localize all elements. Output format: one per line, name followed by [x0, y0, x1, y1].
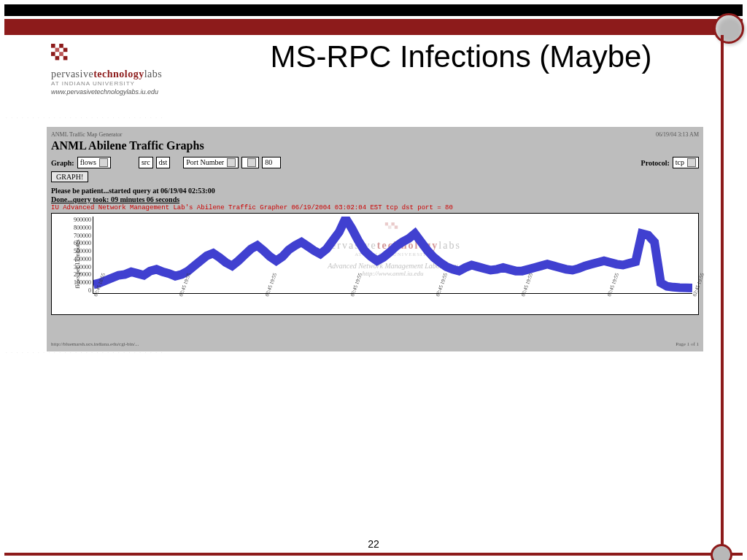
top-black-bar — [4, 4, 743, 16]
bottom-red-line — [4, 553, 743, 556]
graph-select[interactable]: flows — [77, 157, 111, 168]
status-line-1: Please be patient...started query at 06/… — [51, 187, 699, 195]
port-type-value: Port Number — [186, 158, 224, 167]
svg-rect-3 — [63, 48, 68, 52]
protocol-value: tcp — [676, 158, 684, 167]
panel-top-right: 06/19/04 3:13 AM — [656, 131, 699, 138]
port-type-select[interactable]: Port Number — [183, 157, 239, 168]
slide-title: MS-RPC Infections (Maybe) — [219, 40, 703, 74]
protocol-label: Protocol: — [641, 159, 670, 167]
grapher-caption: IU Advanced Network Management Lab's Abi… — [51, 204, 699, 211]
org-logo-block: pervasivetechnologylabs AT INDIANA UNIVE… — [51, 44, 212, 96]
page-number: 22 — [0, 538, 747, 550]
port-op-select[interactable] — [241, 157, 259, 168]
graph-label: Graph: — [51, 159, 74, 167]
top-red-bar — [4, 19, 743, 35]
brand-part2: technology — [93, 69, 144, 79]
brand-url: www.pervasivetechnologylabs.iu.edu — [51, 88, 212, 96]
dot-row: · · · · · · · · · · · · · · · · · · · · … — [6, 115, 163, 120]
pixel-icon — [51, 44, 71, 66]
svg-rect-0 — [51, 44, 55, 48]
side-red-line — [721, 35, 724, 556]
brand-sub: AT INDIANA UNIVERSITY — [51, 80, 212, 87]
brand-part3: labs — [144, 69, 163, 79]
chart-xticks: 02:45 18:5502:45 19:5502:45 19:5502:45 1… — [93, 295, 692, 314]
svg-rect-5 — [59, 52, 63, 56]
panel-top-left: ANML Traffic Map Generator — [51, 131, 123, 138]
panel-heading: ANML Abilene Traffic Graphs — [51, 139, 699, 152]
panel-footer-left: http://bluemarsh.ucs.indiana.edu/cgi-bin… — [51, 341, 139, 347]
brand-part1: pervasive — [51, 69, 93, 79]
svg-rect-6 — [55, 56, 60, 61]
top-circle-ornament — [713, 13, 744, 44]
svg-rect-1 — [59, 44, 63, 48]
panel-footer-right: Page 1 of 1 — [676, 341, 699, 347]
chart-yticks: 0100000200000300000400000500000600000700… — [63, 217, 91, 294]
protocol-select[interactable]: tcp — [673, 157, 699, 168]
graph-button[interactable]: GRAPH! — [51, 171, 88, 182]
port-input[interactable]: 80 — [262, 157, 281, 168]
status-line-2: Done...query took: 09 minutes 06 seconds — [51, 195, 699, 204]
chart-box: flows per 15 minutes 0100000200000300000… — [51, 213, 699, 315]
svg-rect-2 — [55, 48, 60, 52]
brand-text: pervasivetechnologylabs — [51, 69, 212, 80]
controls-row: Graph: flows src dst Port Number 80 Prot… — [51, 157, 699, 168]
svg-rect-7 — [63, 56, 68, 61]
src-toggle[interactable]: src — [139, 157, 153, 168]
dst-toggle[interactable]: dst — [156, 157, 171, 168]
graph-select-value: flows — [80, 158, 96, 167]
embedded-panel: ANML Traffic Map Generator 06/19/04 3:13… — [47, 127, 703, 351]
svg-rect-4 — [51, 52, 55, 56]
